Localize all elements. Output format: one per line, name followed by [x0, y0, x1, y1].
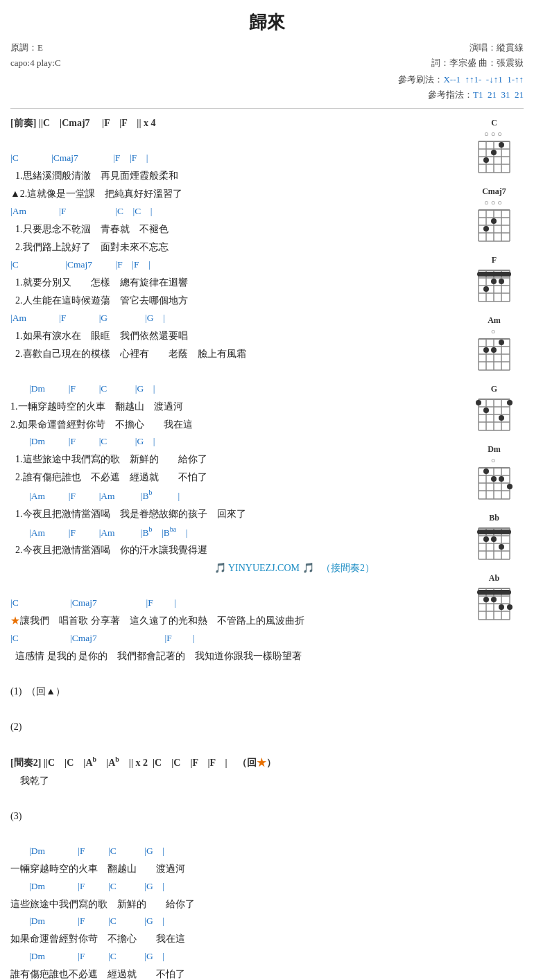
lyric-s3-2: 這些旅途中我們寫的歌 新鮮的 給你了	[10, 895, 465, 913]
interlude-2-header: [間奏2] ||C |C |Ab |Ab || x 2 |C |C |F |F …	[10, 753, 465, 772]
original-key: 原調：E	[10, 40, 61, 55]
chord-diagram-G: G	[468, 384, 520, 432]
lyric-v1-3b: 2.人生能在這時候遊蕩 管它去哪個地方	[10, 292, 465, 310]
capo: capo:4 play:C	[10, 55, 61, 71]
lyric-back-1: (1) （回▲）	[10, 683, 465, 701]
chord-diagram-Ab: Ab	[468, 573, 520, 621]
lyric-pc-2b: 2.誰有傷疤誰也 不必遮 經過就 不怕了	[10, 469, 465, 487]
lyric-pc-1b: 2.如果命運曾經對你苛 不擔心 我在這	[10, 416, 465, 434]
chord-F-grid	[475, 267, 513, 303]
svg-point-39	[483, 286, 489, 292]
lyric-chorus-2a: 2.今夜且把激情當酒喝 你的汗水讓我覺得遲	[10, 541, 465, 559]
chord-s3-2: |Dm |F |C |G |	[10, 878, 465, 895]
main-content: [前奏] ||C |Cmaj7 |F |F || x 4 |C |Cmaj7 |…	[10, 114, 524, 980]
strum-links[interactable]: X--1 ↑↑1- -↓↑1 1-↑↑	[443, 74, 524, 85]
lyrics-section: [前奏] ||C |Cmaj7 |F |F || x 4 |C |Cmaj7 |…	[10, 114, 465, 980]
chord-s3-1: |Dm |F |C |G |	[10, 843, 465, 860]
svg-point-51	[483, 347, 489, 353]
svg-point-11	[499, 142, 504, 148]
chord-Am-label: Am	[488, 315, 501, 326]
svg-point-63	[476, 400, 481, 405]
svg-point-108	[499, 604, 504, 610]
svg-point-64	[507, 400, 513, 405]
lyric-v1-4a: 1.如果有淚水在 眼眶 我們依然還要唱	[10, 327, 465, 345]
chord-pc-1: |Dm |F |C |G |	[10, 380, 465, 398]
chord-diagram-Cmaj7: Cmaj7 ○○○	[468, 186, 520, 243]
meta-left: 原調：E capo:4 play:C	[10, 40, 61, 71]
chord-v1-4: |Am |F |G |G |	[10, 310, 465, 327]
svg-point-78	[499, 476, 504, 482]
lyric-s3-3: 如果命運曾經對你苛 不擔心 我在這	[10, 930, 465, 948]
svg-point-92	[483, 536, 489, 542]
svg-point-13	[483, 157, 489, 163]
singer: 演唱：縱貫線	[431, 40, 524, 55]
lyric-section-3: (3)	[10, 807, 465, 825]
page: 歸來 原調：E capo:4 play:C 演唱：縱貫線 詞：李宗盛 曲：張震嶽…	[0, 0, 534, 980]
svg-point-109	[507, 604, 513, 610]
meta-right: 演唱：縱貫線 詞：李宗盛 曲：張震嶽	[431, 40, 524, 71]
lyric-section-2: (2)	[10, 718, 465, 736]
chord-v1-2: |Am |F |C |C |	[10, 203, 465, 220]
chord-star-2: |C |Cmaj7 |F |	[10, 630, 465, 647]
lyric-pc-1a: 1.一輛穿越時空的火車 翻越山 渡過河	[10, 398, 465, 416]
svg-rect-36	[477, 272, 511, 277]
lyric-v1-3a: 1.就要分別又 怎樣 總有旋律在迴響	[10, 274, 465, 292]
chord-G-grid	[475, 396, 513, 432]
lyricist: 詞：李宗盛 曲：張震嶽	[431, 55, 524, 71]
svg-point-12	[491, 150, 497, 155]
chord-diagrams: C ○○○	[465, 114, 524, 980]
lyric-s3-4: 誰有傷疤誰也不必遮 經過就 不怕了	[10, 965, 465, 980]
svg-point-79	[491, 476, 497, 482]
lyric-pc-2a: 1.這些旅途中我們寫的歌 新鮮的 給你了	[10, 450, 465, 469]
chord-diagram-F: F	[468, 255, 520, 303]
chord-C-label: C	[491, 118, 497, 128]
intro-header: [前奏] ||C |Cmaj7 |F |F || x 4	[10, 114, 465, 132]
svg-point-80	[507, 484, 513, 489]
lyric-s3-1: 一輛穿越時空的火車 翻越山 渡過河	[10, 860, 465, 878]
chord-diagram-Bb: Bb	[468, 513, 520, 561]
chord-Dm-open: ○	[491, 456, 498, 464]
chord-Dm-grid	[475, 464, 513, 500]
lyric-v1-2b: 2.我們路上說好了 面對未來不忘忘	[10, 238, 465, 256]
chord-C-open: ○○○	[484, 130, 504, 138]
chord-Cmaj7-grid	[475, 207, 513, 243]
chord-chorus-1: |Am |F |Am |Bb |	[10, 487, 465, 505]
lyric-chorus-2b: 🎵 YINYUEZJ.COM 🎵 （接間奏2）	[66, 559, 465, 577]
lyric-chorus-1a: 1.今夜且把激情當酒喝 我是眷戀故鄉的孩子 回來了	[10, 505, 465, 523]
divider-1	[10, 108, 524, 109]
chord-diagram-Am: Am ○	[468, 315, 520, 371]
ref-strum: 參考刷法：X--1 ↑↑1- -↓↑1 1-↑↑	[10, 72, 524, 87]
lyric-ganbei: 我乾了	[10, 772, 465, 790]
svg-point-25	[483, 226, 489, 231]
ref-finger: 參考指法：T1 21 31 21	[10, 87, 524, 103]
chord-pc-2: |Dm |F |C |G |	[10, 433, 465, 450]
chord-v1-1: |C |Cmaj7 |F |F |	[10, 150, 465, 167]
chord-Bb-label: Bb	[489, 513, 499, 523]
svg-point-50	[499, 340, 504, 345]
chord-F-label: F	[492, 255, 497, 265]
svg-point-107	[491, 597, 497, 602]
chord-C-grid	[475, 138, 513, 174]
finger-links[interactable]: T1 21 31 21	[473, 89, 524, 100]
chord-Am-grid	[475, 335, 513, 371]
chord-Ab-grid	[475, 585, 513, 621]
svg-point-77	[483, 469, 489, 474]
lyric-star-1: ★讓我們 唱首歌 分享著 這久遠了的光和熱 不管路上的風波曲折	[10, 612, 465, 630]
chord-G-label: G	[491, 384, 497, 394]
svg-rect-91	[477, 530, 511, 534]
chord-diagram-C: C ○○○	[468, 118, 520, 174]
chord-diagram-Dm: Dm ○	[468, 444, 520, 500]
chord-Cmaj7-open: ○○○	[484, 198, 504, 207]
chord-s3-3: |Dm |F |C |G |	[10, 913, 465, 930]
chord-star-1: |C |Cmaj7 |F |	[10, 595, 465, 612]
chord-Dm-label: Dm	[488, 444, 501, 455]
lyric-v1-2a: 1.只要思念不乾涸 青春就 不褪色	[10, 220, 465, 238]
page-title: 歸來	[10, 10, 524, 35]
lyric-v1-1b: ▲2.這就像是一堂課 把純真好好溫習了	[10, 185, 465, 203]
svg-point-93	[491, 536, 497, 542]
chord-Bb-grid	[475, 525, 513, 561]
svg-point-65	[483, 408, 489, 413]
svg-point-52	[491, 347, 497, 353]
chord-Am-open: ○	[491, 327, 498, 335]
svg-point-37	[491, 279, 497, 284]
